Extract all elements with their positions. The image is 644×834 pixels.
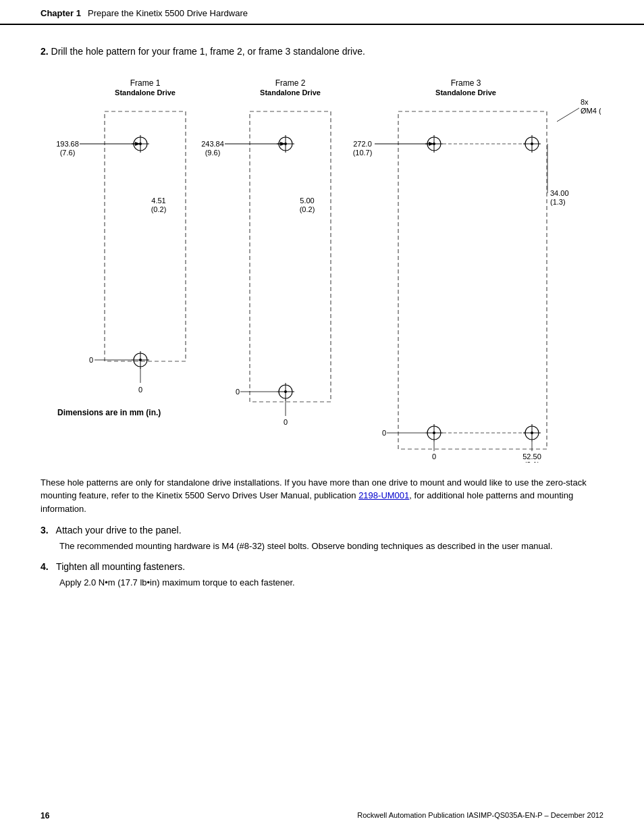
chapter-label: Chapter 1 [41,8,81,18]
svg-text:(0.2): (0.2) [151,205,167,213]
svg-text:Frame 1: Frame 1 [130,78,161,88]
step4-heading: 4. Tighten all mounting fasteners. [41,561,603,572]
svg-text:0: 0 [236,388,240,396]
svg-text:(9.6): (9.6) [205,149,221,157]
svg-point-68 [433,432,435,434]
svg-point-56 [433,142,435,145]
svg-text:(7.6): (7.6) [60,149,76,157]
step4-number: 4. [41,561,49,572]
footer-publication: Rockwell Automation Publication IASIMP-Q… [357,811,603,820]
svg-text:52.50: 52.50 [522,452,541,461]
footer-page-number: 16 [41,811,49,820]
svg-text:(10.7): (10.7) [353,149,373,157]
svg-text:34.00: 34.00 [550,189,569,197]
svg-point-32 [284,142,287,145]
svg-text:8x: 8x [581,98,589,106]
svg-text:(0.2): (0.2) [300,205,315,213]
step2-heading: 2. Drill the hole pattern for your frame… [41,45,603,59]
step3-heading: 3. Attach your drive to the panel. [41,525,603,536]
diagrams-area: Frame 1 Standalone Drive 193.68 (7.6) 4.… [41,71,603,463]
svg-text:193.68: 193.68 [56,140,79,148]
page-content: 2. Drill the hole pattern for your frame… [0,25,644,610]
svg-point-61 [531,142,533,145]
step4-heading-text: Tighten all mounting fasteners. [56,561,185,572]
svg-text:(1.3): (1.3) [550,198,566,206]
step4-item: 4. Tighten all mounting fasteners. Apply… [41,561,603,590]
svg-text:Dimensions are in mm (in.): Dimensions are in mm (in.) [57,408,161,417]
svg-point-10 [139,142,142,145]
svg-rect-48 [398,111,547,449]
step2-number: 2. [41,46,49,57]
step2-text: Drill the hole pattern for your frame 1,… [51,46,365,57]
svg-text:0: 0 [432,452,436,461]
page: Chapter 1 Prepare the Kinetix 5500 Drive… [0,0,644,834]
step3-body: The recommended mounting hardware is M4 … [59,540,603,553]
svg-text:0: 0 [138,386,142,394]
svg-text:0: 0 [89,356,93,364]
svg-text:272.0: 272.0 [353,140,372,148]
step4-body: Apply 2.0 N•m (17.7 lb•in) maximum torqu… [59,576,603,590]
svg-text:243.84: 243.84 [201,140,224,148]
svg-text:Standalone Drive: Standalone Drive [435,88,496,97]
svg-line-47 [557,108,579,122]
page-footer: 16 Rockwell Automation Publication IASIM… [41,811,603,820]
svg-text:4.51: 4.51 [151,197,165,205]
page-header: Chapter 1 Prepare the Kinetix 5500 Drive… [0,0,644,25]
svg-rect-24 [250,111,331,402]
svg-text:ØM4 (#8-32): ØM4 (#8-32) [581,107,601,115]
chapter-title: Prepare the Kinetix 5500 Drive Hardware [88,8,248,18]
step3-number: 3. [41,525,49,536]
step4-text [51,561,57,572]
step3-text [51,525,56,536]
svg-text:0: 0 [284,418,288,426]
svg-text:Frame 2: Frame 2 [275,78,306,88]
svg-text:5.00: 5.00 [300,197,314,205]
svg-text:0: 0 [382,429,386,437]
svg-point-16 [139,359,142,361]
svg-point-73 [531,432,533,434]
svg-point-38 [284,390,287,393]
step3-heading-text: Attach your drive to the panel. [56,525,182,536]
svg-text:Standalone Drive: Standalone Drive [260,88,321,97]
svg-text:Standalone Drive: Standalone Drive [115,88,176,97]
drill-diagram-svg: Frame 1 Standalone Drive 193.68 (7.6) 4.… [41,71,601,463]
svg-text:(2.1): (2.1) [525,461,540,463]
publication-link[interactable]: 2198-UM001 [358,490,409,500]
svg-text:Frame 3: Frame 3 [451,78,481,88]
body-paragraph1: These hole patterns are only for standal… [41,476,603,516]
step3-item: 3. Attach your drive to the panel. The r… [41,525,603,553]
